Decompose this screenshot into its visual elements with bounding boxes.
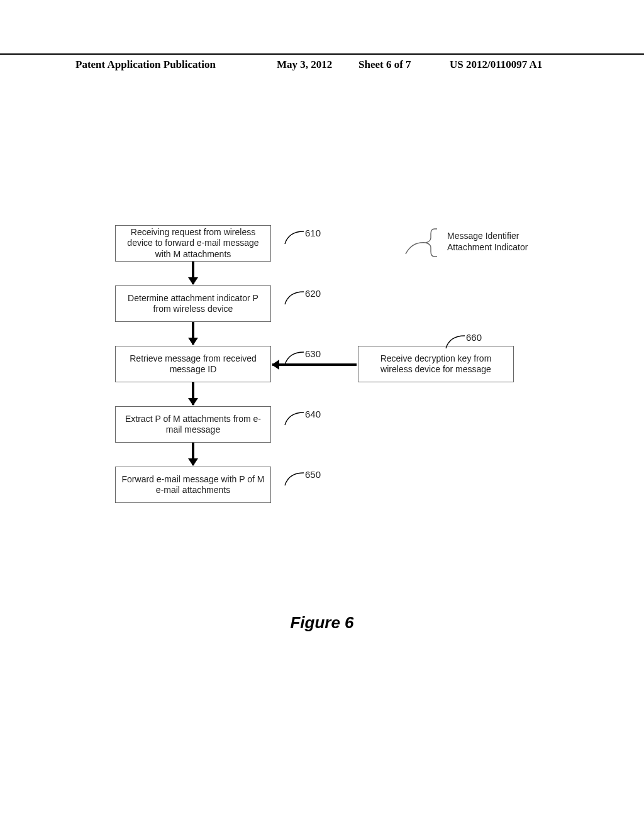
arrow-610-620 xyxy=(192,262,194,284)
hook-640-icon xyxy=(285,411,304,425)
annotation-text: Message Identifier Attachment Indicator xyxy=(447,230,528,253)
step-660-text: Receive decryption key from wireless dev… xyxy=(364,353,508,375)
annotation-bracket-icon xyxy=(406,229,437,257)
annotation-line2: Attachment Indicator xyxy=(447,241,528,253)
step-610-box: Receiving request from wireless device t… xyxy=(115,225,271,262)
arrow-640-650 xyxy=(192,443,194,465)
hook-650-icon xyxy=(285,472,304,485)
ref-660: 660 xyxy=(466,332,482,343)
step-650-text: Forward e-mail message with P of M e-mai… xyxy=(121,474,265,496)
ref-640: 640 xyxy=(305,409,321,419)
figure-caption: Figure 6 xyxy=(0,613,644,633)
header-date: May 3, 2012 xyxy=(277,58,332,71)
step-620-box: Determine attachment indicator P from wi… xyxy=(115,285,271,322)
step-630-box: Retrieve message from received message I… xyxy=(115,346,271,382)
arrow-630-640 xyxy=(192,382,194,405)
header-pubno: US 2012/0110097 A1 xyxy=(450,58,542,71)
hook-610-icon xyxy=(285,230,304,244)
step-610-text: Receiving request from wireless device t… xyxy=(121,227,265,260)
hook-620-icon xyxy=(285,290,304,304)
header-sheet: Sheet 6 of 7 xyxy=(358,58,411,71)
step-620-text: Determine attachment indicator P from wi… xyxy=(121,293,265,315)
ref-630: 630 xyxy=(305,348,321,359)
annotation-line1: Message Identifier xyxy=(447,230,528,241)
hook-630-icon xyxy=(285,351,304,365)
step-640-text: Extract P of M attachments from e-mail m… xyxy=(121,414,265,436)
ref-620: 620 xyxy=(305,288,321,299)
header-left: Patent Application Publication xyxy=(75,58,216,71)
step-640-box: Extract P of M attachments from e-mail m… xyxy=(115,406,271,443)
arrow-620-630 xyxy=(192,322,194,345)
flowchart: Receiving request from wireless device t… xyxy=(104,225,557,577)
ref-650: 650 xyxy=(305,469,321,480)
step-650-box: Forward e-mail message with P of M e-mai… xyxy=(115,467,271,503)
hook-660-icon xyxy=(446,335,465,348)
ref-610: 610 xyxy=(305,228,321,238)
step-630-text: Retrieve message from received message I… xyxy=(121,353,265,375)
step-660-box: Receive decryption key from wireless dev… xyxy=(358,346,514,382)
patent-header: Patent Application Publication May 3, 20… xyxy=(0,53,644,69)
